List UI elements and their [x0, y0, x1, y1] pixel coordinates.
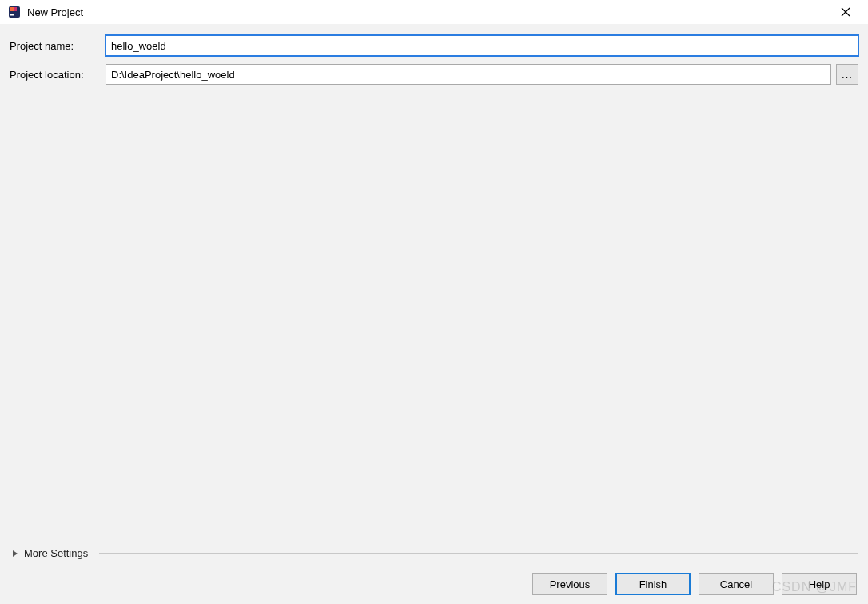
cancel-button[interactable]: Cancel	[699, 573, 774, 595]
svg-rect-3	[10, 14, 14, 16]
project-location-row: Project location: ...	[10, 64, 858, 85]
more-settings-toggle[interactable]: More Settings	[0, 541, 868, 564]
project-name-row: Project name:	[10, 35, 858, 56]
divider	[99, 553, 858, 554]
idea-app-icon	[8, 6, 21, 18]
window-title: New Project	[27, 6, 830, 18]
more-settings-label: More Settings	[24, 547, 88, 559]
project-location-label: Project location:	[10, 69, 106, 81]
button-bar: Previous Finish Cancel Help	[0, 564, 868, 604]
chevron-right-icon	[11, 550, 19, 558]
svg-rect-1	[10, 7, 14, 11]
close-button[interactable]	[830, 0, 862, 24]
help-button[interactable]: Help	[782, 573, 857, 595]
new-project-dialog: New Project Project name: Project locati…	[0, 0, 868, 604]
close-icon	[841, 7, 850, 17]
project-name-label: Project name:	[10, 40, 106, 52]
svg-rect-2	[14, 7, 17, 11]
previous-button[interactable]: Previous	[532, 573, 607, 595]
finish-button[interactable]: Finish	[615, 573, 691, 595]
titlebar: New Project	[0, 0, 868, 24]
project-location-input[interactable]	[106, 64, 831, 85]
project-name-input[interactable]	[106, 35, 858, 56]
browse-location-button[interactable]: ...	[836, 64, 858, 85]
form-area: Project name: Project location: ...	[0, 24, 868, 93]
svg-marker-6	[13, 550, 18, 557]
spacer	[0, 93, 868, 541]
